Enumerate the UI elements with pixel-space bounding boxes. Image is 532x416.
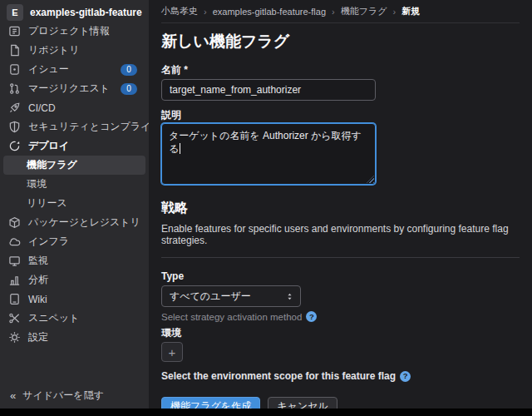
required-mark: * xyxy=(184,64,188,76)
sidebar-spacer xyxy=(0,347,149,385)
sidebar-item-deploy[interactable]: デプロイ xyxy=(0,136,149,156)
sidebar-item-label: 環境 xyxy=(27,177,47,191)
breadcrumb-separator: › xyxy=(204,7,207,17)
breadcrumb-current: 新規 xyxy=(401,5,420,17)
sidebar-item-issues[interactable]: イシュー 0 xyxy=(0,60,149,79)
issues-count-badge: 0 xyxy=(121,64,137,76)
monitor-icon xyxy=(8,255,21,267)
package-icon xyxy=(8,216,21,229)
breadcrumb-separator: › xyxy=(392,7,396,17)
window-bottom-edge xyxy=(0,409,532,416)
sidebar-item-security-compliance[interactable]: セキュリティとコンプライ... xyxy=(0,117,149,136)
sidebar-nav: プロジェクト情報 リポジトリ イシュー 0 マージリクエスト xyxy=(0,22,149,347)
environments-help-row: Select the environment scope for this fe… xyxy=(161,370,520,382)
repository-icon xyxy=(8,44,21,57)
sidebar-item-label: リリース xyxy=(27,196,67,210)
description-textarea[interactable]: ターゲットの名前を Authorizer から取得する xyxy=(161,123,376,185)
issues-icon xyxy=(8,63,21,76)
main-content: 小島孝史 › examples-gitlab-feature-flag › 機能… xyxy=(149,0,532,409)
sidebar-item-label: デプロイ xyxy=(28,139,69,153)
rocket-icon xyxy=(8,102,21,114)
collapse-sidebar-label: サイドバーを隠す xyxy=(22,389,104,403)
section-divider xyxy=(161,257,520,258)
cancel-button[interactable]: キャンセル xyxy=(268,397,337,409)
create-feature-flag-button[interactable]: 機能フラグを作成 xyxy=(161,397,260,409)
sidebar-item-label: スニペット xyxy=(28,311,79,325)
collapse-chevrons-icon: « xyxy=(10,390,16,401)
page-title: 新しい機能フラグ xyxy=(161,32,520,52)
sidebar-item-label: 設定 xyxy=(28,330,48,344)
sidebar-item-label: Wiki xyxy=(28,294,47,305)
question-help-icon[interactable]: ? xyxy=(306,311,317,322)
sidebar-item-label: プロジェクト情報 xyxy=(28,24,110,38)
type-help-row: Select strategy activation method ? xyxy=(161,311,520,322)
cloud-icon xyxy=(8,235,21,248)
sidebar-item-label: CI/CD xyxy=(28,102,56,114)
project-avatar: E xyxy=(7,4,23,21)
shield-icon xyxy=(8,121,21,133)
sidebar-item-environments[interactable]: 環境 xyxy=(3,175,145,194)
breadcrumb-project[interactable]: examples-gitlab-feature-flag xyxy=(213,7,326,17)
project-switcher[interactable]: E examples-gitlab-feature-fl... xyxy=(0,0,149,22)
breadcrumb: 小島孝史 › examples-gitlab-feature-flag › 機能… xyxy=(161,0,520,23)
add-environment-button[interactable]: + xyxy=(161,342,183,362)
gear-icon xyxy=(8,331,21,344)
strategy-section-title: 戦略 xyxy=(161,200,520,216)
strategy-section-description: Enable features for specific users and e… xyxy=(161,223,520,246)
sidebar-item-label: リポジトリ xyxy=(28,43,79,57)
text-caret xyxy=(180,143,180,154)
sidebar: E examples-gitlab-feature-fl... プロジェクト情報… xyxy=(0,0,149,409)
sidebar-item-snippets[interactable]: スニペット xyxy=(0,309,149,328)
sidebar-item-label: セキュリティとコンプライ... xyxy=(28,120,149,134)
merge-requests-count-badge: 0 xyxy=(121,83,137,95)
question-help-icon[interactable]: ? xyxy=(400,371,411,382)
gitlab-app: E examples-gitlab-feature-fl... プロジェクト情報… xyxy=(0,0,532,409)
sidebar-item-label: イシュー xyxy=(28,62,69,77)
plus-icon: + xyxy=(169,345,176,359)
select-updown-icon xyxy=(285,291,294,302)
strategy-type-value: すべてのユーザー xyxy=(170,290,251,304)
name-input[interactable] xyxy=(161,79,376,101)
name-field-label: 名前 * xyxy=(161,65,520,76)
sidebar-item-settings[interactable]: 設定 xyxy=(0,328,149,347)
merge-request-icon xyxy=(8,82,21,95)
project-information-icon xyxy=(8,25,21,37)
breadcrumb-separator: › xyxy=(332,7,335,17)
sidebar-item-label: パッケージとレジストリ xyxy=(28,215,140,230)
sidebar-item-merge-requests[interactable]: マージリクエスト 0 xyxy=(0,79,149,98)
form-actions: 機能フラグを作成 キャンセル xyxy=(161,397,520,409)
scissors-icon xyxy=(8,312,21,324)
sidebar-item-packages-registries[interactable]: パッケージとレジストリ xyxy=(0,213,149,232)
type-field-label: Type xyxy=(161,271,520,282)
description-field-label: 説明 xyxy=(161,110,520,121)
environments-help-text: Select the environment scope for this fe… xyxy=(161,370,396,382)
sidebar-item-analytics[interactable]: 分析 xyxy=(0,270,149,290)
deploy-icon xyxy=(8,140,21,152)
sidebar-item-cicd[interactable]: CI/CD xyxy=(0,98,149,117)
book-icon xyxy=(8,293,21,305)
sidebar-item-label: 機能フラグ xyxy=(27,158,77,172)
sidebar-item-label: 監視 xyxy=(28,254,48,268)
sidebar-item-label: マージリクエスト xyxy=(28,82,110,96)
description-text: ターゲットの名前を Authorizer から取得する xyxy=(169,130,362,155)
sidebar-item-label: 分析 xyxy=(28,273,48,287)
sidebar-item-wiki[interactable]: Wiki xyxy=(0,290,149,309)
type-help-text: Select strategy activation method xyxy=(161,312,302,322)
project-name: examples-gitlab-feature-fl... xyxy=(30,7,142,18)
sidebar-item-feature-flags[interactable]: 機能フラグ xyxy=(3,156,145,175)
sidebar-item-infrastructure[interactable]: インフラ xyxy=(0,232,149,251)
resize-handle-icon[interactable] xyxy=(367,176,374,183)
sidebar-item-project-information[interactable]: プロジェクト情報 xyxy=(0,22,149,41)
chart-icon xyxy=(8,274,21,286)
breadcrumb-user[interactable]: 小島孝史 xyxy=(161,5,198,17)
sidebar-item-releases[interactable]: リリース xyxy=(3,194,145,213)
breadcrumb-feature-flags[interactable]: 機能フラグ xyxy=(341,5,387,17)
environments-field-label: 環境 xyxy=(161,328,520,339)
sidebar-item-monitor[interactable]: 監視 xyxy=(0,251,149,270)
sidebar-item-label: インフラ xyxy=(28,235,69,249)
sidebar-item-repository[interactable]: リポジトリ xyxy=(0,41,149,60)
strategy-type-select[interactable]: すべてのユーザー xyxy=(161,285,301,307)
collapse-sidebar-button[interactable]: « サイドバーを隠す xyxy=(0,385,149,405)
